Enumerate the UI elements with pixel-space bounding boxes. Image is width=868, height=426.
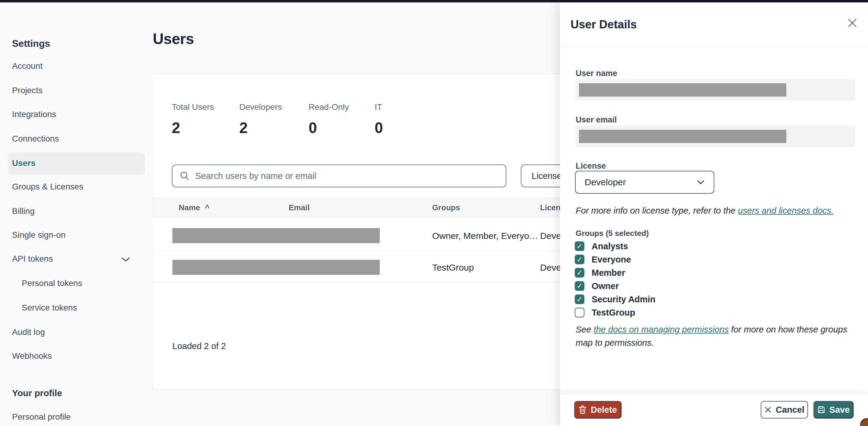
sidebar-item-billing[interactable]: Billing bbox=[12, 206, 146, 216]
stat-read-only: Read-Only 0 bbox=[309, 102, 349, 137]
sidebar-item-projects[interactable]: Projects bbox=[12, 86, 146, 95]
sidebar-item-personal-profile[interactable]: Personal profile bbox=[12, 412, 146, 422]
save-disk-icon bbox=[817, 406, 825, 414]
sidebar-item-connections[interactable]: Connections bbox=[12, 134, 146, 144]
save-button[interactable]: Save bbox=[813, 401, 854, 419]
save-label: Save bbox=[830, 405, 850, 415]
check-icon: ✓ bbox=[577, 282, 583, 290]
stat-developers: Developers 2 bbox=[239, 102, 282, 137]
chevron-down-icon bbox=[697, 180, 705, 184]
stat-label: Developers bbox=[239, 102, 282, 112]
close-icon[interactable] bbox=[846, 16, 859, 30]
check-icon: ✓ bbox=[577, 243, 583, 250]
column-header-email[interactable]: Email bbox=[289, 203, 310, 212]
cell-groups: Owner, Member, Everyo… bbox=[432, 231, 538, 241]
group-name: Analysts bbox=[592, 242, 628, 251]
user-name-field[interactable] bbox=[575, 79, 855, 101]
sidebar-item-groups-licenses[interactable]: Groups & Licenses bbox=[12, 182, 146, 192]
group-checkbox-row[interactable]: ✓ Owner bbox=[575, 281, 786, 291]
license-label: License bbox=[576, 162, 606, 171]
divider bbox=[560, 47, 868, 47]
x-icon bbox=[764, 406, 772, 413]
sidebar-item-webhooks[interactable]: Webhooks bbox=[12, 351, 146, 361]
checkbox-owner[interactable]: ✓ bbox=[575, 281, 584, 291]
sidebar-heading-settings: Settings bbox=[12, 38, 50, 49]
user-details-drawer: User Details User name User email Licens… bbox=[560, 2, 868, 426]
group-name: Security Admin bbox=[592, 294, 655, 305]
user-email-field[interactable] bbox=[575, 125, 855, 147]
sidebar-item-users[interactable]: Users bbox=[12, 159, 146, 168]
group-name: Owner bbox=[592, 281, 619, 291]
check-icon: ✓ bbox=[577, 256, 583, 263]
sidebar-item-integrations[interactable]: Integrations bbox=[12, 110, 146, 119]
group-checkbox-row[interactable]: ✓ Security Admin bbox=[575, 294, 786, 305]
permissions-note: See the docs on managing permissions for… bbox=[576, 323, 852, 349]
user-search bbox=[172, 164, 506, 187]
stat-label: IT bbox=[375, 102, 383, 112]
column-header-groups[interactable]: Groups bbox=[432, 203, 460, 212]
redacted-name-email bbox=[173, 228, 380, 243]
managing-permissions-docs-link[interactable]: the docs on managing permissions bbox=[594, 324, 729, 334]
license-filter-label: License bbox=[532, 171, 562, 181]
redacted-name-email bbox=[173, 260, 380, 275]
page-title: Users bbox=[153, 30, 194, 48]
settings-sidebar: Settings Account Projects Integrations C… bbox=[12, 2, 146, 426]
stat-value: 0 bbox=[375, 119, 383, 137]
top-window-strip bbox=[0, 0, 868, 2]
checkbox-security-admin[interactable]: ✓ bbox=[575, 294, 584, 304]
check-icon: ✓ bbox=[577, 269, 583, 276]
stat-value: 2 bbox=[239, 119, 282, 137]
stat-value: 0 bbox=[309, 119, 349, 137]
stat-label: Read-Only bbox=[309, 102, 349, 112]
checkbox-analysts[interactable]: ✓ bbox=[575, 242, 584, 251]
stat-value: 2 bbox=[172, 119, 214, 137]
cell-groups: TestGroup bbox=[432, 262, 474, 273]
users-licenses-docs-link[interactable]: users and licenses docs. bbox=[738, 206, 834, 216]
license-selected-value: Developer bbox=[585, 177, 697, 187]
group-name: TestGroup bbox=[592, 308, 635, 318]
checkbox-member[interactable]: ✓ bbox=[575, 268, 584, 278]
trash-icon bbox=[579, 405, 587, 414]
redacted-user-email bbox=[579, 130, 786, 143]
search-icon bbox=[180, 171, 190, 181]
cancel-label: Cancel bbox=[776, 405, 804, 415]
group-checkbox-row[interactable]: ✓ Analysts bbox=[575, 241, 786, 252]
delete-button[interactable]: Delete bbox=[574, 401, 621, 419]
user-email-label: User email bbox=[576, 115, 617, 124]
group-name: Everyone bbox=[592, 255, 631, 264]
stat-total-users: Total Users 2 bbox=[172, 102, 214, 137]
delete-label: Delete bbox=[591, 405, 617, 415]
sidebar-heading-your-profile: Your profile bbox=[12, 388, 62, 398]
user-name-label: User name bbox=[576, 69, 617, 78]
chevron-down-icon[interactable] bbox=[121, 257, 130, 262]
sidebar-item-account[interactable]: Account bbox=[12, 61, 146, 71]
license-note: For more info on license type, refer to … bbox=[576, 204, 852, 217]
redacted-user-name bbox=[579, 83, 786, 96]
sidebar-item-audit-log[interactable]: Audit log bbox=[12, 328, 146, 337]
loaded-status: Loaded 2 of 2 bbox=[173, 341, 226, 351]
groups-label: Groups (5 selected) bbox=[576, 229, 649, 238]
group-checkbox-row[interactable]: ✓ TestGroup bbox=[575, 307, 786, 318]
drawer-title: User Details bbox=[570, 18, 637, 31]
checkbox-everyone[interactable]: ✓ bbox=[575, 255, 584, 264]
column-header-name[interactable]: Name^ bbox=[179, 203, 210, 212]
sidebar-item-personal-tokens[interactable]: Personal tokens bbox=[22, 279, 156, 288]
group-name: Member bbox=[592, 268, 625, 278]
sort-asc-icon: ^ bbox=[205, 203, 210, 212]
group-checkbox-row[interactable]: ✓ Member bbox=[575, 267, 786, 278]
license-select[interactable]: Developer bbox=[575, 171, 714, 194]
sidebar-item-single-sign-on[interactable]: Single sign-on bbox=[12, 230, 146, 240]
stat-label: Total Users bbox=[172, 102, 214, 112]
drawer-footer: Delete Cancel Save bbox=[560, 393, 868, 426]
checkbox-testgroup[interactable]: ✓ bbox=[575, 308, 584, 317]
group-checkbox-row[interactable]: ✓ Everyone bbox=[575, 254, 786, 265]
cancel-button[interactable]: Cancel bbox=[761, 401, 808, 419]
check-icon: ✓ bbox=[577, 296, 583, 303]
sidebar-item-service-tokens[interactable]: Service tokens bbox=[22, 303, 156, 313]
stat-it: IT 0 bbox=[375, 102, 383, 137]
search-input[interactable] bbox=[195, 171, 498, 181]
